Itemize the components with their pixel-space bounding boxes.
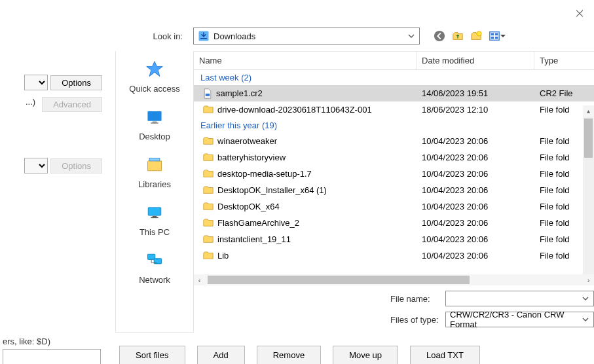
sort-files-button[interactable]: Sort files	[119, 346, 185, 364]
filetype-combo[interactable]: CRW/CR2/CR3 - Canon CRW Format	[445, 312, 594, 327]
options-button-1[interactable]: Options	[50, 75, 102, 90]
file-date: 10/04/2023 20:06	[417, 234, 534, 244]
file-name: FlashGameArchive_2	[217, 218, 299, 228]
svg-point-1	[434, 31, 445, 41]
downloads-icon	[198, 30, 210, 42]
up-one-level-icon[interactable]	[451, 29, 464, 43]
file-list[interactable]: Name Date modified Type Last week (2)sam…	[194, 51, 594, 274]
footer-hint: ers, like: $D)	[3, 337, 107, 346]
column-header-date[interactable]: Date modified	[417, 52, 534, 69]
column-header-name[interactable]: Name	[194, 52, 417, 69]
file-name: DesktopOK_x64	[217, 202, 280, 211]
lookin-value: Downloads	[213, 31, 407, 41]
file-date: 14/06/2023 19:51	[417, 88, 534, 98]
file-row[interactable]: FlashGameArchive_210/04/2023 20:06File f…	[194, 215, 594, 231]
file-icon	[203, 88, 212, 99]
svg-rect-13	[153, 216, 157, 217]
file-row[interactable]: winaerotweaker10/04/2023 20:06File fold	[194, 133, 594, 149]
scroll-thumb[interactable]	[584, 118, 593, 158]
svg-rect-11	[149, 158, 160, 161]
left-trunc-text: ...)	[26, 97, 39, 107]
file-row[interactable]: DesktopOK_Installer_x64 (1)10/04/2023 20…	[194, 182, 594, 198]
lookin-label: Look in:	[0, 31, 187, 41]
horizontal-scrollbar[interactable]: ‹ ›	[194, 274, 594, 285]
add-button[interactable]: Add	[197, 346, 245, 364]
hscroll-thumb[interactable]	[208, 276, 470, 284]
svg-point-2	[477, 31, 481, 36]
back-icon[interactable]	[433, 29, 446, 43]
scroll-up-icon[interactable]: ▴	[583, 105, 594, 117]
desktop-icon	[144, 107, 165, 128]
filetype-label: Files of type:	[390, 315, 439, 325]
group-header[interactable]: Last week (2)	[194, 70, 594, 85]
file-date: 10/04/2023 20:06	[417, 218, 534, 228]
svg-rect-7	[495, 37, 498, 39]
file-row[interactable]: DesktopOK_x6410/04/2023 20:06File fold	[194, 198, 594, 215]
place-libraries[interactable]: Libraries	[138, 155, 171, 189]
places-bar: Quick access Desktop Libraries This PC N…	[115, 51, 194, 333]
left-combo-1[interactable]	[24, 75, 48, 90]
load-txt-button[interactable]: Load TXT	[410, 346, 480, 364]
folder-icon	[203, 219, 213, 227]
file-date: 10/04/2023 20:06	[417, 185, 534, 195]
view-menu-icon[interactable]	[488, 29, 506, 43]
file-date: 10/04/2023 20:06	[417, 169, 534, 179]
network-icon	[144, 250, 165, 271]
this-pc-icon	[144, 202, 165, 223]
file-name: instantclient_19_11	[217, 234, 291, 244]
star-icon	[144, 59, 165, 80]
place-quick-access[interactable]: Quick access	[129, 59, 179, 94]
move-up-button[interactable]: Move up	[333, 346, 398, 364]
group-header[interactable]: Earlier this year (19)	[194, 118, 594, 133]
scroll-right-icon[interactable]: ›	[583, 274, 594, 285]
svg-rect-6	[491, 37, 494, 39]
folder-icon	[203, 251, 213, 260]
lookin-combo[interactable]: Downloads	[193, 27, 420, 45]
close-icon[interactable]	[574, 8, 585, 18]
file-date: 18/06/2023 12:10	[417, 105, 534, 115]
file-row[interactable]: desktop-media-setup-1.710/04/2023 20:06F…	[194, 166, 594, 182]
svg-rect-12	[148, 208, 161, 215]
filename-label: File name:	[390, 294, 439, 304]
scroll-left-icon[interactable]: ‹	[194, 274, 205, 285]
folder-icon	[203, 235, 213, 244]
place-label: Libraries	[138, 179, 171, 189]
file-name: batteryhistoryview	[217, 153, 286, 162]
filename-input[interactable]	[445, 291, 594, 306]
file-row[interactable]: sample1.cr214/06/2023 19:51CR2 File	[194, 85, 594, 101]
file-row[interactable]: Lib10/04/2023 20:06File fold	[194, 247, 594, 264]
file-date: 10/04/2023 20:06	[417, 251, 534, 261]
vertical-scrollbar[interactable]: ▴ ▾	[583, 105, 594, 274]
file-name: desktop-media-setup-1.7	[217, 169, 312, 179]
folder-icon	[203, 170, 213, 178]
file-name: DesktopOK_Installer_x64 (1)	[217, 185, 327, 195]
column-header-type[interactable]: Type	[534, 52, 594, 69]
place-this-pc[interactable]: This PC	[139, 202, 170, 237]
libraries-icon	[144, 155, 165, 175]
place-network[interactable]: Network	[139, 250, 170, 285]
advanced-button: Advanced	[42, 97, 102, 112]
place-label: Quick access	[129, 84, 179, 94]
place-desktop[interactable]: Desktop	[139, 107, 170, 141]
remove-button[interactable]: Remove	[257, 346, 321, 364]
folder-icon	[203, 137, 213, 145]
place-label: This PC	[139, 227, 170, 237]
file-name: sample1.cr2	[216, 88, 263, 98]
file-row[interactable]: drive-download-20230618T110643Z-00118/06…	[194, 101, 594, 118]
place-label: Network	[139, 275, 170, 285]
file-date: 10/04/2023 20:06	[417, 153, 534, 162]
place-label: Desktop	[139, 132, 170, 141]
chevron-down-icon	[582, 295, 589, 302]
left-combo-2[interactable]	[24, 158, 48, 173]
file-row[interactable]: batteryhistoryview10/04/2023 20:06File f…	[194, 149, 594, 166]
file-name: drive-download-20230618T110643Z-001	[217, 105, 372, 115]
new-folder-icon[interactable]	[470, 29, 483, 43]
folder-icon	[203, 153, 213, 162]
file-row[interactable]: instantclient_19_1110/04/2023 20:06File …	[194, 231, 594, 247]
folder-icon	[203, 186, 213, 194]
file-name: winaerotweaker	[217, 136, 277, 146]
svg-rect-10	[151, 122, 158, 124]
svg-rect-4	[491, 33, 494, 36]
footer-input[interactable]	[3, 349, 101, 364]
svg-rect-14	[151, 217, 158, 219]
